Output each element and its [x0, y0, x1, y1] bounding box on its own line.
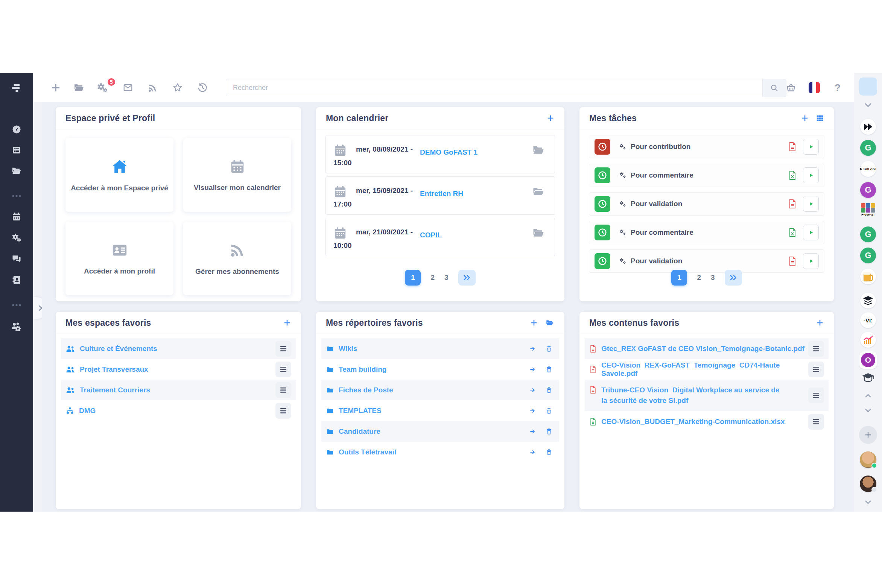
- tile-calendrier[interactable]: Visualiser mon calendrier: [183, 138, 291, 212]
- row-menu-button[interactable]: [808, 362, 824, 377]
- directory-link[interactable]: Candidature: [339, 427, 528, 436]
- directory-link[interactable]: Wikis: [339, 345, 528, 353]
- add-contact-button[interactable]: [854, 426, 882, 444]
- history-icon[interactable]: [193, 73, 211, 102]
- start-task-button[interactable]: [803, 167, 819, 183]
- help-icon[interactable]: ?: [829, 73, 847, 102]
- folder-open-icon[interactable]: [70, 73, 88, 102]
- page-3-button[interactable]: 3: [711, 273, 715, 282]
- scroll-down-icon[interactable]: [854, 409, 882, 413]
- tile-espace-prive[interactable]: Accéder à mon Espace privé: [65, 138, 173, 212]
- task-label[interactable]: Pour validation: [631, 257, 788, 265]
- open-folder-icon[interactable]: [531, 144, 546, 156]
- go-to-icon[interactable]: [528, 345, 537, 352]
- space-link[interactable]: Projet Transversaux: [80, 365, 275, 374]
- content-scroll-gutter[interactable]: [33, 73, 43, 512]
- task-table-view-button[interactable]: [816, 114, 824, 122]
- go-to-icon[interactable]: [528, 448, 537, 456]
- scroll-down-icon[interactable]: [854, 500, 882, 504]
- rss-feed-icon[interactable]: [144, 73, 162, 102]
- french-flag-icon[interactable]: [805, 73, 823, 102]
- g-badge-purple-icon[interactable]: G: [854, 182, 882, 198]
- directory-link[interactable]: TEMPLATES: [339, 407, 528, 415]
- go-to-icon[interactable]: [528, 407, 537, 415]
- task-row[interactable]: Pour commentaire: [589, 164, 824, 187]
- address-book-icon[interactable]: [0, 272, 33, 288]
- task-row[interactable]: Pour commentaire: [589, 221, 824, 244]
- add-event-button[interactable]: [546, 114, 555, 122]
- pdf-file-icon[interactable]: [788, 199, 797, 209]
- next-page-button[interactable]: [725, 270, 742, 286]
- o-badge-purple-icon[interactable]: O: [854, 351, 882, 369]
- gofast-logo-icon[interactable]: GoFAST: [854, 161, 882, 177]
- content-link[interactable]: CEO-Vision_REX-GoFAST_Temoignage_CD74-Ha…: [601, 361, 808, 378]
- user-square-avatar[interactable]: [859, 77, 877, 96]
- page-1-button[interactable]: 1: [671, 270, 687, 286]
- beer-mug-icon[interactable]: [854, 269, 882, 284]
- pdf-file-icon[interactable]: [788, 256, 797, 266]
- dashboard-icon[interactable]: [0, 121, 33, 138]
- trash-icon[interactable]: [546, 428, 552, 435]
- tile-abonnements[interactable]: Gérer mes abonnements: [183, 222, 291, 295]
- calendar-event-row[interactable]: mar, 21/09/2021 - 10:00 COPIL: [325, 218, 555, 256]
- g-badge-green-icon[interactable]: G: [854, 140, 882, 156]
- directory-link[interactable]: Outils Télétravail: [339, 448, 528, 456]
- add-task-button[interactable]: [801, 114, 809, 122]
- calendar-icon[interactable]: [0, 208, 33, 225]
- task-label[interactable]: Pour commentaire: [631, 171, 788, 179]
- calendar-event-row[interactable]: mer, 08/09/2021 - 15:00 DEMO GoFAST 1: [325, 135, 555, 173]
- books-icon[interactable]: [854, 293, 882, 308]
- open-folder-icon[interactable]: [531, 185, 546, 198]
- browse-folders-button[interactable]: [545, 319, 555, 327]
- trash-icon[interactable]: [546, 366, 552, 373]
- page-2-button[interactable]: 2: [697, 273, 701, 282]
- workflow-gears-icon[interactable]: [93, 73, 111, 102]
- users-gear-icon[interactable]: [0, 318, 33, 334]
- row-menu-button[interactable]: [808, 387, 824, 403]
- menu-icon[interactable]: [0, 80, 33, 96]
- add-content-button[interactable]: [816, 319, 824, 327]
- content-link[interactable]: Gtec_REX GoFAST de CEO Vision_Temoignage…: [601, 345, 808, 353]
- space-link[interactable]: Traitement Courriers: [80, 386, 275, 394]
- add-directory-button[interactable]: [530, 319, 538, 327]
- event-link[interactable]: DEMO GoFAST 1: [420, 148, 477, 156]
- avatar-woman-away[interactable]: [854, 476, 882, 492]
- fast-forward-icon[interactable]: [854, 119, 882, 135]
- content-link[interactable]: CEO-Vision_BUDGET_Marketing-Communicatio…: [601, 418, 808, 426]
- go-to-icon[interactable]: [528, 386, 537, 394]
- space-link[interactable]: Culture et Événements: [80, 345, 275, 353]
- excel-file-icon[interactable]: [788, 170, 797, 180]
- g-badge-green-icon[interactable]: G: [854, 248, 882, 263]
- task-row[interactable]: Pour validation: [589, 249, 824, 273]
- start-task-button[interactable]: [803, 196, 819, 212]
- go-to-icon[interactable]: [528, 366, 537, 373]
- next-page-button[interactable]: [458, 270, 476, 286]
- add-icon[interactable]: [47, 73, 65, 102]
- more-icon[interactable]: [0, 297, 33, 313]
- tile-profil[interactable]: Accéder à mon profil: [65, 222, 173, 295]
- graduation-cap-icon[interactable]: [854, 372, 882, 384]
- search-input[interactable]: [226, 79, 765, 96]
- content-link[interactable]: Tribune-CEO Vision_Digital Workplace au …: [601, 385, 782, 406]
- calendar-event-row[interactable]: mer, 15/09/2021 - 17:00 Entretien RH: [325, 176, 555, 215]
- notifications-badge[interactable]: 5: [107, 77, 116, 87]
- start-task-button[interactable]: [803, 225, 819, 240]
- more-icon[interactable]: [0, 188, 33, 204]
- chats-icon[interactable]: [0, 251, 33, 267]
- vi-logo-icon[interactable]: -VI:: [854, 312, 882, 328]
- folder-open-icon[interactable]: [0, 163, 33, 179]
- event-link[interactable]: Entretien RH: [420, 190, 463, 198]
- task-label[interactable]: Pour commentaire: [631, 228, 788, 237]
- page-2-button[interactable]: 2: [430, 273, 435, 282]
- avatar-man-online[interactable]: [854, 451, 882, 468]
- directory-link[interactable]: Fiches de Poste: [339, 386, 528, 394]
- row-menu-button[interactable]: [808, 414, 824, 430]
- trash-icon[interactable]: [546, 448, 552, 456]
- lists-icon[interactable]: [0, 142, 33, 158]
- gears-icon[interactable]: [0, 229, 33, 246]
- pdf-file-icon[interactable]: [788, 142, 797, 152]
- page-3-button[interactable]: 3: [444, 273, 449, 282]
- chart-up-icon[interactable]: [854, 332, 882, 348]
- row-menu-button[interactable]: [275, 382, 291, 398]
- space-link[interactable]: DMG: [79, 407, 275, 415]
